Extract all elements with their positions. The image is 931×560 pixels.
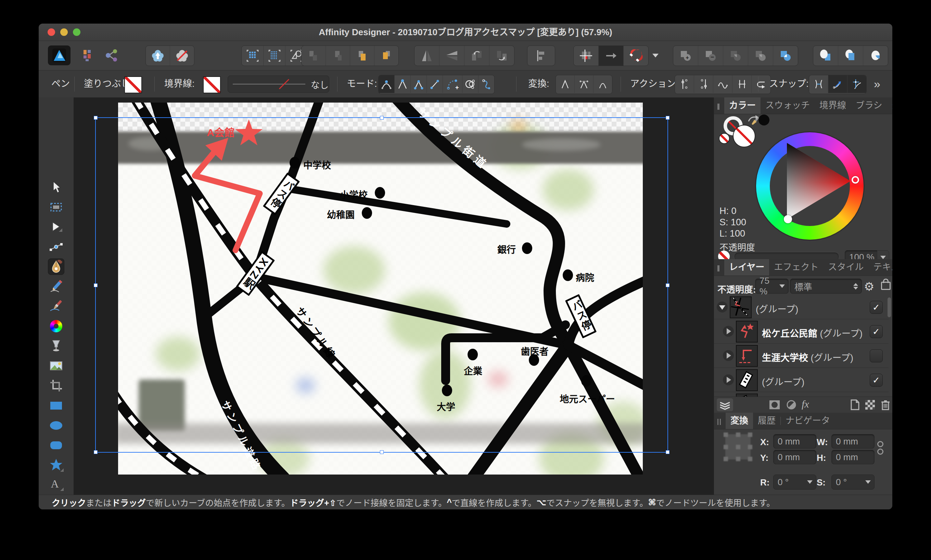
x-field[interactable]: 0 mm (773, 434, 816, 449)
move-by-whole-pixels-button[interactable] (598, 46, 623, 66)
layer-row-matsugaoka[interactable]: 松ケ丘公民館 (グループ) (714, 319, 889, 344)
panel-grip[interactable] (718, 419, 721, 425)
disclosure-expanded-icon[interactable] (717, 302, 728, 312)
move-back-one-button[interactable] (326, 46, 350, 66)
move-tool[interactable] (48, 179, 64, 195)
layer-visibility-checkbox[interactable] (870, 374, 883, 387)
export-persona-icon[interactable] (102, 45, 121, 65)
selection-handle-se[interactable] (666, 450, 670, 454)
tab-layers[interactable]: レイヤー (724, 259, 769, 275)
secondary-color-well[interactable] (719, 133, 730, 144)
blend-mode-select[interactable]: 標準 (790, 278, 862, 294)
boolean-combine-button[interactable] (773, 46, 798, 66)
y-field[interactable]: 0 mm (773, 450, 816, 464)
snapping-dropdown-caret[interactable] (648, 45, 662, 65)
stroke-swatch-none[interactable] (203, 76, 221, 93)
convert-sharp-button[interactable] (556, 75, 574, 93)
boolean-divide-button[interactable] (748, 46, 773, 66)
selection-bounding-box[interactable] (95, 117, 668, 453)
layers-scrollbar[interactable] (888, 297, 891, 317)
mode-add-curve-button[interactable]: + (443, 75, 462, 93)
disclosure-collapsed-icon[interactable] (723, 350, 734, 361)
tab-brushes[interactable]: ブラシ (851, 97, 887, 114)
alignment-button[interactable] (527, 45, 555, 66)
sl-selector[interactable] (784, 215, 792, 223)
tab-color[interactable]: カラー (724, 97, 761, 114)
pencil-tool[interactable] (48, 278, 64, 295)
show-grid-icon[interactable] (242, 46, 263, 66)
opacity-value-field[interactable]: 100 % (845, 250, 880, 260)
convert-smart-button[interactable] (574, 75, 593, 93)
action-reverse-button[interactable] (751, 75, 770, 93)
layer-row-group[interactable]: (グループ) (714, 295, 889, 319)
delete-layer-icon[interactable] (881, 399, 890, 410)
rounded-rectangle-tool[interactable] (48, 437, 64, 453)
artboard-tool[interactable] (48, 199, 64, 215)
rotation-field[interactable]: 0 ° (773, 475, 816, 489)
flip-horizontal-button[interactable] (414, 46, 439, 66)
insert-on-top-button[interactable] (863, 46, 888, 66)
selection-handle-n[interactable] (380, 116, 384, 120)
fill-swatch-none[interactable] (124, 76, 142, 93)
h-field[interactable]: 0 mm (831, 450, 874, 464)
layer-row-group[interactable]: (グループ) (714, 368, 889, 392)
fill-gradient-tool[interactable] (48, 318, 64, 334)
selection-handle-e[interactable] (666, 283, 670, 287)
action-join-button[interactable] (732, 75, 751, 93)
action-break-button[interactable] (675, 75, 694, 93)
panel-grip[interactable] (718, 265, 719, 271)
move-forward-one-button[interactable] (350, 46, 374, 66)
ellipse-tool[interactable] (48, 417, 64, 434)
selection-handle-nw[interactable] (94, 116, 97, 120)
tab-styles[interactable]: スタイル (823, 259, 868, 275)
mode-pen-button[interactable] (378, 75, 394, 93)
layer-stack-icon[interactable] (717, 398, 733, 411)
move-to-front-button[interactable] (374, 46, 398, 66)
hue-selector[interactable] (852, 176, 859, 184)
tab-effects[interactable]: エフェクト (769, 259, 823, 275)
mode-loops-button[interactable] (462, 75, 478, 93)
action-close-button[interactable] (694, 75, 713, 93)
canvas[interactable]: サンプル街道 サンプル線 サンプル道路 バス停 XYZ駅 バス停 A会館 中学校… (74, 97, 714, 495)
opacity-dropdown-caret[interactable] (877, 250, 889, 260)
tab-text[interactable]: テキスト (868, 259, 892, 275)
insert-inside-button[interactable] (838, 46, 863, 66)
layer-row-group[interactable]: (グループ) (714, 392, 889, 397)
text-tool[interactable]: A (48, 477, 64, 493)
opacity-slider[interactable] (734, 252, 839, 260)
snap-handles-button[interactable] (809, 75, 828, 93)
tab-swatches[interactable]: スウォッチ (761, 97, 815, 114)
disclosure-collapsed-icon[interactable] (723, 326, 734, 337)
boolean-intersect-button[interactable] (723, 46, 748, 66)
pixel-grid-icon[interactable] (263, 46, 285, 66)
action-smooth-button[interactable] (713, 75, 732, 93)
opacity-none-icon[interactable] (718, 251, 730, 260)
convert-smooth-button[interactable] (593, 75, 612, 93)
transparency-tool[interactable] (48, 338, 64, 354)
selection-handle-ne[interactable] (666, 116, 670, 120)
fx-icon[interactable]: fx (801, 398, 809, 410)
w-field[interactable]: 0 mm (831, 434, 874, 449)
rotate-cw-button[interactable] (489, 46, 514, 66)
picked-color-swatch[interactable] (758, 115, 769, 125)
rectangle-tool[interactable] (48, 397, 64, 414)
tab-history[interactable]: 履歴 (753, 413, 780, 429)
snap-curve-arrow-button[interactable] (828, 75, 847, 93)
cloud-disabled-button[interactable] (170, 46, 194, 66)
upload-cloud-button[interactable] (146, 46, 170, 66)
point-transform-tool[interactable] (48, 238, 64, 255)
node-tool[interactable] (48, 219, 64, 235)
stroke-width-control[interactable]: なし (228, 75, 329, 93)
flip-vertical-button[interactable] (439, 46, 464, 66)
lock-icon[interactable] (881, 282, 891, 290)
crop-tool[interactable] (48, 377, 64, 394)
link-dimensions-icon[interactable] (877, 441, 883, 455)
boolean-subtract-button[interactable]: − (698, 46, 723, 66)
toolbar-overflow-chevron[interactable]: » (874, 71, 880, 97)
vector-brush-tool[interactable] (48, 298, 64, 315)
layer-row-shogai[interactable]: 生涯大学校 (グループ) (714, 344, 889, 368)
mode-scurve-button[interactable] (478, 75, 494, 93)
pen-tool[interactable] (48, 258, 64, 275)
shear-field[interactable]: 0 ° (831, 475, 874, 489)
transparency-bg-icon[interactable] (865, 400, 875, 409)
